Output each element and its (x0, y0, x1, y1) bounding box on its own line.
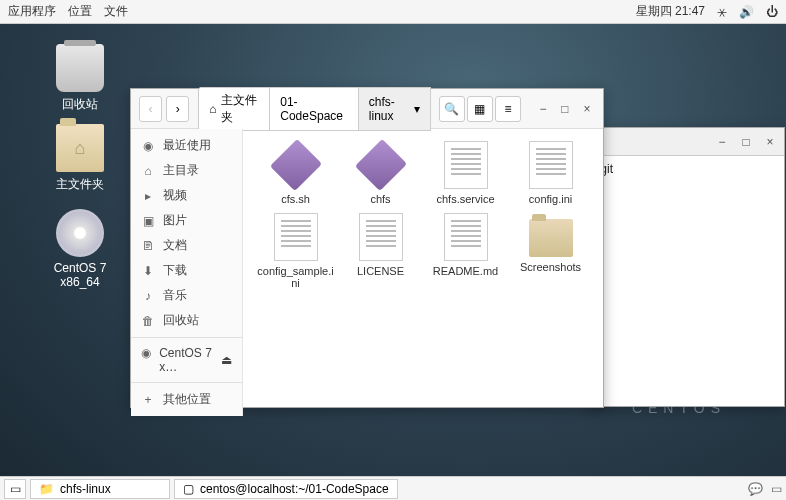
label: 回收站 (40, 96, 120, 113)
sidebar-icon: ▣ (141, 214, 155, 228)
file-item[interactable]: cfs.sh (255, 141, 336, 205)
file-icon (274, 213, 318, 261)
file-name: config_sample.ini (255, 265, 336, 289)
path-segment-current[interactable]: chfs-linux ▾ (358, 87, 431, 131)
file-item[interactable]: chfs (340, 141, 421, 205)
file-icon (269, 139, 321, 191)
desktop-icon-trash[interactable]: 回收站 (40, 44, 120, 113)
file-icon (444, 141, 488, 189)
sidebar-label: 主目录 (163, 162, 199, 179)
file-icon (529, 141, 573, 189)
sidebar-item[interactable]: ⬇下载 (131, 258, 242, 283)
terminal-titlebar[interactable]: − □ × (591, 128, 784, 156)
file-manager-toolbar: ‹ › ⌂主文件夹 01-CodeSpace chfs-linux ▾ 🔍 ▦ … (131, 89, 603, 129)
file-icon (359, 213, 403, 261)
file-icon (529, 219, 573, 257)
sidebar-icon: ◉ (141, 139, 155, 153)
show-desktop-button[interactable]: ▭ (4, 479, 26, 499)
system-tray: 💬 ▭ (748, 482, 782, 496)
taskbar-item-files[interactable]: 📁chfs-linux (30, 479, 170, 499)
tray-icon[interactable]: ▭ (771, 482, 782, 496)
close-button[interactable]: × (579, 101, 595, 117)
sidebar-item[interactable]: 🖹文档 (131, 233, 242, 258)
sidebar-icon: ⬇ (141, 264, 155, 278)
icon-view-button[interactable]: ▦ (467, 96, 493, 122)
plus-icon: + (141, 393, 155, 407)
tray-icon[interactable]: 💬 (748, 482, 763, 496)
maximize-button[interactable]: □ (738, 134, 754, 150)
file-manager-window: ‹ › ⌂主文件夹 01-CodeSpace chfs-linux ▾ 🔍 ▦ … (130, 88, 604, 408)
close-button[interactable]: × (762, 134, 778, 150)
file-name: chfs.service (425, 193, 506, 205)
sidebar-label: 音乐 (163, 287, 187, 304)
home-icon: ⌂ (209, 102, 216, 116)
dropdown-icon: ▾ (414, 102, 420, 116)
label: CentOS 7 x86_64 (40, 261, 120, 289)
sidebar-icon: ⌂ (141, 164, 155, 178)
sidebar-label: 最近使用 (163, 137, 211, 154)
back-button[interactable]: ‹ (139, 96, 162, 122)
disc-icon: ◉ (141, 346, 151, 374)
maximize-button[interactable]: □ (557, 101, 573, 117)
file-name: cfs.sh (255, 193, 336, 205)
sidebar-label: 视频 (163, 187, 187, 204)
terminal-window: − □ × .git (590, 127, 785, 407)
sidebar-label: 图片 (163, 212, 187, 229)
sidebar-item[interactable]: 🗑回收站 (131, 308, 242, 333)
label: 主文件夹 (40, 176, 120, 193)
sidebar-other-locations[interactable]: +其他位置 (131, 387, 242, 412)
terminal-content[interactable]: .git (591, 156, 784, 182)
file-name: config.ini (510, 193, 591, 205)
menu-places[interactable]: 位置 (68, 3, 92, 20)
path-home[interactable]: ⌂主文件夹 (198, 87, 270, 131)
sidebar-icon: 🗑 (141, 314, 155, 328)
list-view-button[interactable]: ≡ (495, 96, 521, 122)
sidebar-item[interactable]: ⌂主目录 (131, 158, 242, 183)
sidebar-label: 下载 (163, 262, 187, 279)
file-name: Screenshots (510, 261, 591, 273)
menu-applications[interactable]: 应用程序 (8, 3, 56, 20)
sidebar-item[interactable]: ◉最近使用 (131, 133, 242, 158)
terminal-icon: ▢ (183, 482, 194, 496)
sidebar-icon: ♪ (141, 289, 155, 303)
desktop[interactable]: 回收站 主文件夹 CentOS 7 x86_64 CENTOS − □ × .g… (0, 24, 786, 476)
file-item[interactable]: config.ini (510, 141, 591, 205)
taskbar-item-terminal[interactable]: ▢centos@localhost:~/01-CodeSpace (174, 479, 398, 499)
eject-icon[interactable]: ⏏ (221, 353, 232, 367)
sidebar-item[interactable]: ▸视频 (131, 183, 242, 208)
desktop-icon-disc[interactable]: CentOS 7 x86_64 (40, 209, 120, 289)
file-name: LICENSE (340, 265, 421, 277)
file-item[interactable]: README.md (425, 213, 506, 289)
path-segment[interactable]: 01-CodeSpace (269, 87, 359, 131)
sidebar: ◉最近使用⌂主目录▸视频▣图片🖹文档⬇下载♪音乐🗑回收站◉CentOS 7 x…… (131, 129, 243, 416)
file-name: chfs (340, 193, 421, 205)
minimize-button[interactable]: − (714, 134, 730, 150)
file-item[interactable]: chfs.service (425, 141, 506, 205)
file-item[interactable]: Screenshots (510, 213, 591, 289)
volume-icon[interactable]: 🔊 (739, 5, 754, 19)
network-icon[interactable]: ⚹ (717, 5, 727, 19)
file-grid[interactable]: cfs.shchfschfs.serviceconfig.iniconfig_s… (243, 129, 603, 416)
clock[interactable]: 星期四 21:47 (636, 3, 705, 20)
top-panel: 应用程序 位置 文件 星期四 21:47 ⚹ 🔊 ⏻ (0, 0, 786, 24)
sidebar-device[interactable]: ◉CentOS 7 x…⏏ (131, 342, 242, 378)
sidebar-label: 回收站 (163, 312, 199, 329)
power-icon[interactable]: ⏻ (766, 5, 778, 19)
forward-button[interactable]: › (166, 96, 189, 122)
sidebar-icon: 🖹 (141, 239, 155, 253)
file-icon (444, 213, 488, 261)
path-bar: ⌂主文件夹 01-CodeSpace chfs-linux ▾ (199, 87, 431, 131)
sidebar-label: 文档 (163, 237, 187, 254)
file-icon (354, 139, 406, 191)
file-item[interactable]: config_sample.ini (255, 213, 336, 289)
file-name: README.md (425, 265, 506, 277)
menu-files[interactable]: 文件 (104, 3, 128, 20)
sidebar-icon: ▸ (141, 189, 155, 203)
bottom-taskbar: ▭ 📁chfs-linux ▢centos@localhost:~/01-Cod… (0, 476, 786, 500)
search-button[interactable]: 🔍 (439, 96, 465, 122)
desktop-icon-home[interactable]: 主文件夹 (40, 124, 120, 193)
sidebar-item[interactable]: ♪音乐 (131, 283, 242, 308)
minimize-button[interactable]: − (535, 101, 551, 117)
file-item[interactable]: LICENSE (340, 213, 421, 289)
sidebar-item[interactable]: ▣图片 (131, 208, 242, 233)
